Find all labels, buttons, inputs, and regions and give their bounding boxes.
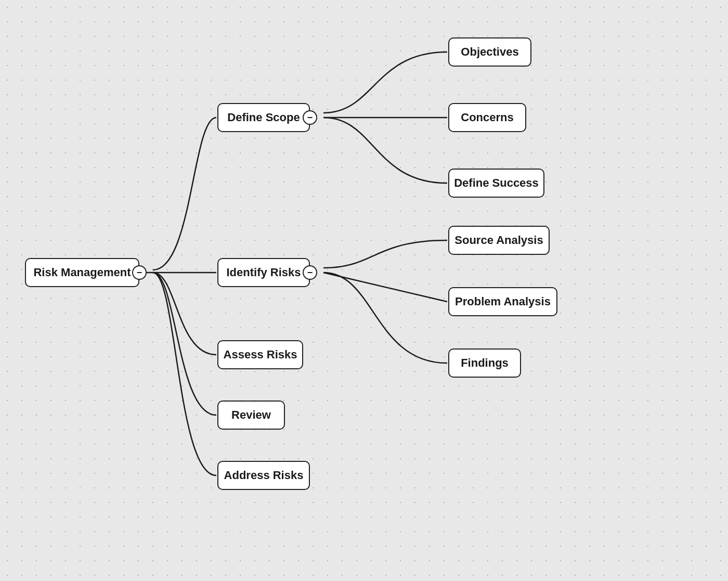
- address-risks-node: Address Risks: [217, 461, 310, 490]
- define-scope-collapse-button[interactable]: −: [303, 110, 317, 125]
- identify-risks-node: Identify Risks: [217, 258, 310, 287]
- review-node: Review: [217, 401, 285, 430]
- problem-analysis-node: Problem Analysis: [448, 287, 557, 316]
- findings-node: Findings: [448, 348, 521, 378]
- identify-risks-collapse-button[interactable]: −: [303, 265, 317, 280]
- define-scope-node: Define Scope: [217, 103, 310, 132]
- connector-lines: [0, 0, 728, 581]
- objectives-node: Objectives: [448, 37, 531, 67]
- define-success-node: Define Success: [448, 169, 544, 198]
- risk-management-collapse-button[interactable]: −: [132, 265, 147, 280]
- risk-management-node: Risk Management: [25, 258, 139, 287]
- assess-risks-node: Assess Risks: [217, 340, 303, 369]
- source-analysis-node: Source Analysis: [448, 226, 550, 255]
- mind-map-canvas: Risk Management Define Scope Identify Ri…: [0, 0, 728, 581]
- concerns-node: Concerns: [448, 103, 526, 132]
